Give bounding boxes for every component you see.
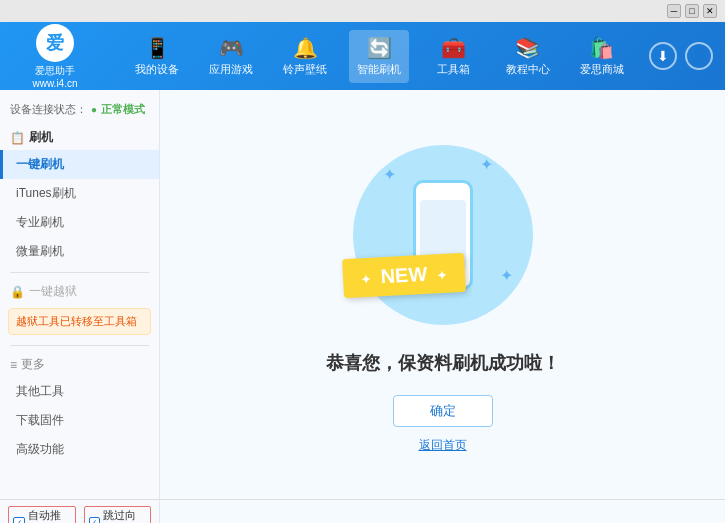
new-ribbon: NEW <box>342 253 466 298</box>
header-actions: ⬇ 👤 <box>649 42 725 70</box>
group-jailbreak: 🔒 一键越狱 <box>0 279 159 304</box>
ringtone-icon: 🔔 <box>293 36 318 60</box>
apps-icon: 🎮 <box>219 36 244 60</box>
success-message: 恭喜您，保资料刷机成功啦！ <box>326 351 560 375</box>
sparkle-1: ✦ <box>383 165 396 184</box>
nav-tutorials[interactable]: 📚 教程中心 <box>498 30 558 83</box>
minimize-button[interactable]: ─ <box>667 4 681 18</box>
content-area: NEW ✦ ✦ ✦ 恭喜您，保资料刷机成功啦！ 确定 返回首页 <box>160 90 725 499</box>
sidebar-item-micro-flash[interactable]: 微量刷机 <box>0 237 159 266</box>
flash-group-icon: 📋 <box>10 131 25 145</box>
skip-wizard-checkbox[interactable]: ✓ <box>89 517 101 523</box>
logo-text: 爱思助手 www.i4.cn <box>32 64 77 89</box>
nav-bar: 📱 我的设备 🎮 应用游戏 🔔 铃声壁纸 🔄 智能刷机 🧰 工具箱 📚 教程中心… <box>110 22 649 90</box>
sparkle-2: ✦ <box>480 155 493 174</box>
sidebar-item-itunes-flash[interactable]: iTunes刷机 <box>0 179 159 208</box>
confirm-button[interactable]: 确定 <box>393 395 493 427</box>
nav-apps-games[interactable]: 🎮 应用游戏 <box>201 30 261 83</box>
nav-my-device-label: 我的设备 <box>135 62 179 77</box>
close-button[interactable]: ✕ <box>703 4 717 18</box>
group-flash: 📋 刷机 <box>0 125 159 150</box>
group-more: ≡ 更多 <box>0 352 159 377</box>
logo-area: 爱 爱思助手 www.i4.cn <box>0 22 110 90</box>
nav-mall[interactable]: 🛍️ 爱思商城 <box>572 30 632 83</box>
auto-send-label: 自动推送 <box>28 508 71 523</box>
status-label: 设备连接状态： <box>10 102 87 117</box>
flash-icon: 🔄 <box>367 36 392 60</box>
account-button[interactable]: 👤 <box>685 42 713 70</box>
nav-mall-label: 爱思商城 <box>580 62 624 77</box>
nav-ringtone[interactable]: 🔔 铃声壁纸 <box>275 30 335 83</box>
skip-wizard-label: 跳过向导 <box>103 508 146 523</box>
status-value: 正常模式 <box>101 102 145 117</box>
sidebar: 设备连接状态： ● 正常模式 📋 刷机 一键刷机 iTunes刷机 专业刷机 微… <box>0 90 160 499</box>
sidebar-item-download-firmware[interactable]: 下载固件 <box>0 406 159 435</box>
more-icon: ≡ <box>10 358 17 372</box>
auto-send-checkbox[interactable]: ✓ <box>13 517 25 523</box>
status-bar: 设备连接状态： ● 正常模式 <box>0 98 159 125</box>
nav-my-device[interactable]: 📱 我的设备 <box>127 30 187 83</box>
nav-tutorials-label: 教程中心 <box>506 62 550 77</box>
success-illustration: NEW ✦ ✦ ✦ <box>343 135 543 335</box>
lower-content-area <box>160 499 725 523</box>
nav-toolbox-label: 工具箱 <box>437 62 470 77</box>
checkbox-row: ✓ 自动推送 ✓ 跳过向导 <box>8 506 151 523</box>
nav-apps-label: 应用游戏 <box>209 62 253 77</box>
nav-toolbox[interactable]: 🧰 工具箱 <box>424 30 484 83</box>
nav-ringtone-label: 铃声壁纸 <box>283 62 327 77</box>
sparkle-3: ✦ <box>500 266 513 285</box>
lower-area: ✓ 自动推送 ✓ 跳过向导 📱 iPhone 12 mini 64GB Down… <box>0 499 725 523</box>
download-button[interactable]: ⬇ <box>649 42 677 70</box>
sidebar-item-other-tools[interactable]: 其他工具 <box>0 377 159 406</box>
nav-flash-label: 智能刷机 <box>357 62 401 77</box>
lock-icon: 🔒 <box>10 285 25 299</box>
toolbox-icon: 🧰 <box>441 36 466 60</box>
sidebar-divider-1 <box>10 272 149 273</box>
main-area: 设备连接状态： ● 正常模式 📋 刷机 一键刷机 iTunes刷机 专业刷机 微… <box>0 90 725 499</box>
maximize-button[interactable]: □ <box>685 4 699 18</box>
sidebar-item-pro-flash[interactable]: 专业刷机 <box>0 208 159 237</box>
bottom-panel: ✓ 自动推送 ✓ 跳过向导 📱 iPhone 12 mini 64GB Down… <box>0 499 160 523</box>
status-dot: ● <box>91 104 97 115</box>
circle-background: NEW ✦ ✦ ✦ <box>353 145 533 325</box>
sidebar-item-advanced[interactable]: 高级功能 <box>0 435 159 464</box>
device-icon: 📱 <box>145 36 170 60</box>
sidebar-divider-2 <box>10 345 149 346</box>
mall-icon: 🛍️ <box>589 36 614 60</box>
skip-wizard-checkbox-container: ✓ 跳过向导 <box>84 506 152 523</box>
back-home-link[interactable]: 返回首页 <box>419 437 467 454</box>
sidebar-item-one-click-flash[interactable]: 一键刷机 <box>0 150 159 179</box>
nav-smart-flash[interactable]: 🔄 智能刷机 <box>349 30 409 83</box>
logo-icon: 爱 <box>36 24 74 62</box>
title-bar: ─ □ ✕ <box>0 0 725 22</box>
header: 爱 爱思助手 www.i4.cn 📱 我的设备 🎮 应用游戏 🔔 铃声壁纸 🔄 … <box>0 22 725 90</box>
tutorials-icon: 📚 <box>515 36 540 60</box>
auto-send-checkbox-container: ✓ 自动推送 <box>8 506 76 523</box>
jailbreak-notice: 越狱工具已转移至工具箱 <box>8 308 151 335</box>
